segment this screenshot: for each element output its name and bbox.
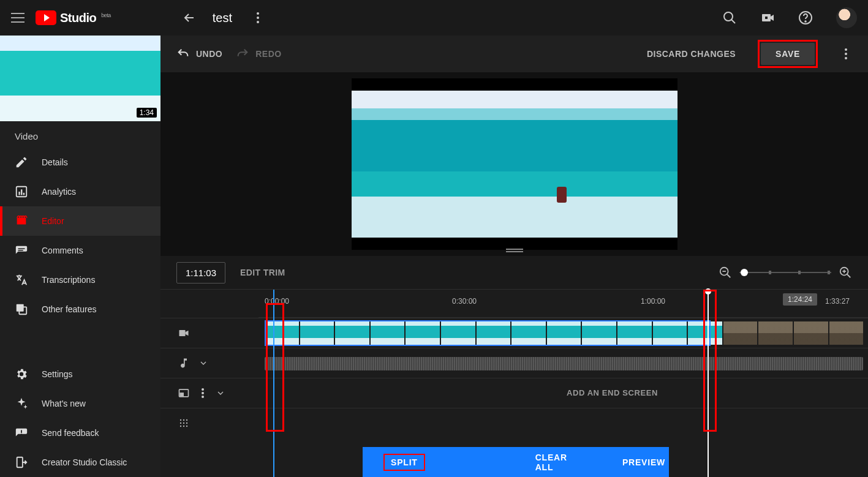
video-icon xyxy=(178,327,190,339)
editor-main: UNDO REDO DISCARD CHANGES SAVE 1:11:03 E… xyxy=(160,36,868,477)
video-thumbnail[interactable]: 1:34 xyxy=(0,36,160,121)
svg-rect-6 xyxy=(18,192,20,195)
sidebar-footer-whatsnew[interactable]: What's new xyxy=(0,389,160,418)
blur-track-head xyxy=(160,408,259,438)
audio-track-head xyxy=(160,348,259,378)
endscreen-more-icon[interactable] xyxy=(198,388,207,399)
zoom-out-icon[interactable] xyxy=(719,266,732,279)
sidebar-item-label: Analytics xyxy=(42,187,76,197)
svg-point-29 xyxy=(186,426,187,427)
zoom-slider[interactable] xyxy=(739,272,831,273)
blur-track[interactable] xyxy=(259,408,868,438)
endscreen-track-head xyxy=(160,378,259,408)
action-bar: UNDO REDO DISCARD CHANGES SAVE xyxy=(160,36,868,72)
split-button[interactable]: SPLIT xyxy=(383,454,425,471)
svg-point-0 xyxy=(724,12,733,21)
panel-resize-handle[interactable] xyxy=(506,249,523,252)
add-endscreen-button[interactable]: ADD AN END SCREEN xyxy=(357,378,868,408)
split-toolbar: SPLIT CLEAR ALL PREVIEW xyxy=(363,447,669,477)
sidebar-item-analytics[interactable]: Analytics xyxy=(0,177,160,206)
chevron-down-icon[interactable] xyxy=(198,358,208,368)
translate-icon xyxy=(15,273,28,287)
audio-track[interactable] xyxy=(259,348,868,378)
sidebar-footer-settings[interactable]: Settings xyxy=(0,359,160,389)
svg-rect-15 xyxy=(17,457,23,468)
preview-button[interactable]: PREVIEW xyxy=(622,457,665,467)
svg-point-4 xyxy=(805,21,806,22)
pencil-icon xyxy=(15,156,28,169)
edit-trim-button[interactable]: EDIT TRIM xyxy=(240,268,285,277)
discard-button[interactable]: DISCARD CHANGES xyxy=(647,49,736,59)
sidebar-section-label: Video xyxy=(0,121,160,148)
search-icon[interactable] xyxy=(722,10,737,25)
sidebar-item-label: Settings xyxy=(42,369,73,379)
clear-all-button[interactable]: CLEAR ALL xyxy=(535,453,567,472)
music-icon xyxy=(178,357,190,369)
blur-icon xyxy=(178,417,190,429)
highlight-save: SAVE xyxy=(758,40,818,68)
undo-label: UNDO xyxy=(196,49,222,59)
beta-badge: beta xyxy=(101,12,111,18)
sidebar-item-label: Other features xyxy=(42,304,97,314)
svg-rect-7 xyxy=(21,189,22,195)
brand-name: Studio xyxy=(60,11,96,25)
chevron-down-icon[interactable] xyxy=(216,388,225,398)
svg-rect-11 xyxy=(17,304,24,312)
sparkle-icon xyxy=(15,397,28,410)
video-track[interactable] xyxy=(259,318,868,348)
redo-button[interactable]: REDO xyxy=(236,47,281,61)
playhead[interactable] xyxy=(708,290,709,477)
youtube-play-icon xyxy=(36,10,56,25)
menu-icon[interactable] xyxy=(11,11,25,24)
back-arrow-icon[interactable] xyxy=(182,10,197,25)
video-track-head xyxy=(160,318,259,348)
analytics-icon xyxy=(15,185,28,198)
video-preview xyxy=(160,72,868,256)
svg-rect-9 xyxy=(18,248,25,249)
svg-point-21 xyxy=(180,419,181,421)
undo-button[interactable]: UNDO xyxy=(176,47,222,61)
sidebar-item-details[interactable]: Details xyxy=(0,148,160,177)
sidebar-item-label: What's new xyxy=(42,399,86,408)
timeline: 0:00:00 0:30:00 1:00:00 1:24:24 1:33:27 xyxy=(160,289,868,477)
video-frame[interactable] xyxy=(352,78,677,250)
help-icon[interactable] xyxy=(798,10,813,25)
svg-rect-8 xyxy=(23,193,25,195)
svg-point-22 xyxy=(183,419,184,421)
trim-start-handle[interactable] xyxy=(273,290,274,477)
ruler-tick: 0:30:00 xyxy=(452,297,477,306)
avatar[interactable] xyxy=(836,7,857,28)
redo-icon xyxy=(236,47,249,61)
zoom-in-icon[interactable] xyxy=(839,266,852,279)
save-button[interactable]: SAVE xyxy=(761,43,815,65)
exit-icon xyxy=(15,456,28,469)
current-time[interactable]: 1:11:03 xyxy=(176,262,225,284)
endscreen-icon xyxy=(178,387,190,399)
sidebar-footer-feedback[interactable]: Send feedback xyxy=(0,418,160,448)
sidebar-item-other[interactable]: Other features xyxy=(0,295,160,324)
sidebar-item-comments[interactable]: Comments xyxy=(0,236,160,265)
svg-point-23 xyxy=(186,419,187,421)
ruler-tick: 0:00:00 xyxy=(265,297,289,306)
svg-rect-18 xyxy=(179,330,186,336)
undo-icon xyxy=(176,47,190,61)
sidebar-item-editor[interactable]: Editor xyxy=(0,206,160,236)
sidebar: 1:34 Video Details Analytics Editor Comm… xyxy=(0,36,160,477)
sidebar-footer-classic[interactable]: Creator Studio Classic xyxy=(0,448,160,477)
studio-logo[interactable]: Studio beta xyxy=(36,10,111,25)
feedback-icon xyxy=(15,426,28,440)
clip-thumbnails xyxy=(265,321,863,345)
sidebar-item-label: Creator Studio Classic xyxy=(42,457,127,467)
more-vert-icon[interactable] xyxy=(252,12,264,24)
layers-icon xyxy=(15,302,28,316)
sidebar-item-label: Details xyxy=(42,157,68,167)
time-ruler[interactable]: 0:00:00 0:30:00 1:00:00 1:24:24 1:33:27 xyxy=(259,290,868,318)
ruler-tick: 1:00:00 xyxy=(641,297,665,306)
sidebar-item-transcriptions[interactable]: Transcriptions xyxy=(0,265,160,295)
thumbnail-duration: 1:34 xyxy=(137,108,157,118)
gear-icon xyxy=(15,367,28,381)
actionbar-more-icon[interactable] xyxy=(840,48,852,60)
create-video-icon[interactable] xyxy=(760,10,775,25)
svg-rect-2 xyxy=(765,17,768,19)
sidebar-item-label: Editor xyxy=(42,216,64,226)
